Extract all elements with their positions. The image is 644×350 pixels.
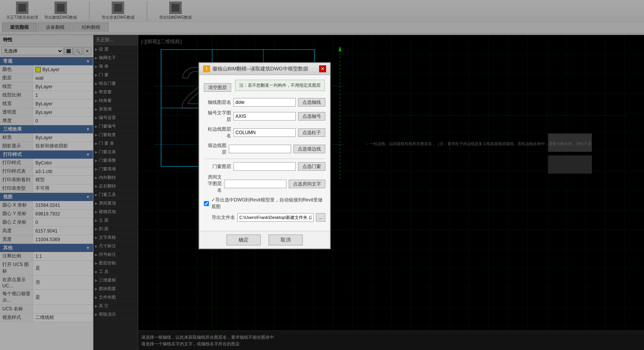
modal-overlay: ! 徽核山BIM翻模--读取建筑DWG中模型数据 ✕ 清空图层 注：若不想翻某一… <box>0 0 644 350</box>
btn-select-axis[interactable]: 点选轴线 <box>298 98 325 107</box>
modal-titlebar: ! 徽核山BIM翻模--读取建筑DWG中模型数据 ✕ <box>199 63 330 75</box>
label-file: 导出文件名 <box>204 214 235 221</box>
modal-clear-row: 清空图层 注：若不想翻某一列构件，不用指定其图层 <box>204 80 325 95</box>
label-axis-layer: 轴线图层名 <box>204 99 231 106</box>
label-room-text: 房间文字图层名 <box>204 174 222 194</box>
export-checkbox[interactable] <box>204 201 209 206</box>
btn-select-wall[interactable]: 点选墙边线 <box>293 145 325 153</box>
input-room-text[interactable] <box>224 180 286 188</box>
modal-close-button[interactable]: ✕ <box>319 65 326 72</box>
modal-form-row-axis-text: 轴号文字图层 点选轴号 <box>204 110 325 123</box>
modal-ok-button[interactable]: 确定 <box>226 234 261 245</box>
modal-checkbox-row: ✓导出选中DWG到Revit模型里，自动链接到Revit里做底图 <box>204 197 325 210</box>
modal-form-row-room-text: 房间文字图层名 点选房间文字 <box>204 174 325 194</box>
input-dw-layer[interactable] <box>233 162 296 171</box>
modal-cancel-button[interactable]: 取消 <box>268 234 303 245</box>
label-wall-layer: 墙边线图层 <box>204 142 226 156</box>
input-column-layer[interactable] <box>233 128 296 137</box>
modal-form-row-dw-layer: 门窗图层 点选门窗 <box>204 162 325 171</box>
file-browse-button[interactable]: ... <box>316 213 325 222</box>
btn-select-column[interactable]: 点选柱子 <box>298 128 325 137</box>
modal-form-row-axis-layer: 轴线图层名 点选轴线 <box>204 98 325 107</box>
modal-title: 徽核山BIM翻模--读取建筑DWG中模型数据 <box>212 65 308 72</box>
modal-file-row: 导出文件名 ... <box>204 213 325 222</box>
clear-layers-button[interactable]: 清空图层 <box>204 83 231 92</box>
modal-form-row-column-layer: 柱边线图层名 点选柱子 <box>204 126 325 139</box>
btn-select-dw[interactable]: 点选门窗 <box>298 162 325 171</box>
input-axis-layer[interactable] <box>233 98 296 107</box>
btn-select-room[interactable]: 点选房间文字 <box>289 180 325 188</box>
modal-form-row-wall-layer: 墙边线图层 点选墙边线 <box>204 142 325 156</box>
modal-dialog: ! 徽核山BIM翻模--读取建筑DWG中模型数据 ✕ 清空图层 注：若不想翻某一… <box>198 62 331 249</box>
modal-footer: 确定 取消 <box>199 231 330 248</box>
input-wall-layer[interactable] <box>229 145 291 153</box>
label-axis-text: 轴号文字图层 <box>204 110 231 123</box>
input-axis-text[interactable] <box>233 112 296 121</box>
label-dw-layer: 门窗图层 <box>204 163 231 170</box>
modal-note: 注：若不想翻某一列构件，不用指定其图层 <box>235 80 325 91</box>
label-column-layer: 柱边线图层名 <box>204 126 231 139</box>
btn-select-axis-num[interactable]: 点选轴号 <box>298 112 325 121</box>
input-file-path[interactable] <box>237 213 314 222</box>
modal-separator <box>204 159 325 159</box>
warning-icon: ! <box>203 65 210 72</box>
